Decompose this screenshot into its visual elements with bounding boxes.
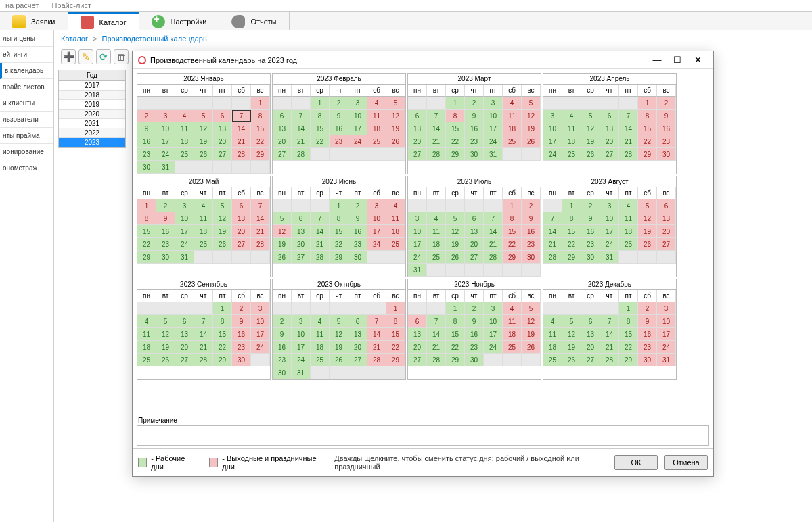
- day-cell[interactable]: 30: [657, 148, 676, 161]
- day-cell[interactable]: 10: [600, 212, 619, 225]
- day-cell[interactable]: 6: [408, 110, 427, 122]
- day-cell[interactable]: 15: [638, 122, 657, 135]
- day-cell[interactable]: 9: [348, 212, 367, 225]
- day-cell[interactable]: 9: [465, 315, 484, 328]
- day-cell[interactable]: 21: [600, 341, 619, 354]
- refresh-button[interactable]: ⟳: [96, 49, 111, 64]
- day-cell[interactable]: 4: [194, 199, 213, 212]
- day-cell[interactable]: 12: [194, 122, 213, 135]
- day-cell[interactable]: 4: [619, 199, 638, 212]
- day-cell[interactable]: 20: [292, 238, 311, 251]
- day-cell[interactable]: 16: [232, 328, 251, 341]
- day-cell[interactable]: [311, 302, 330, 315]
- day-cell[interactable]: 28: [232, 148, 251, 161]
- day-cell[interactable]: 26: [446, 251, 465, 264]
- day-cell[interactable]: 1: [638, 97, 657, 110]
- day-cell[interactable]: 28: [367, 354, 386, 366]
- dialog-titlebar[interactable]: Производственный календарь на 2023 год —…: [133, 51, 713, 69]
- day-cell[interactable]: 11: [427, 225, 446, 238]
- day-cell[interactable]: 8: [562, 212, 581, 225]
- day-cell[interactable]: 2: [465, 97, 484, 110]
- day-cell[interactable]: 11: [367, 110, 386, 122]
- day-cell[interactable]: 18: [503, 328, 522, 341]
- day-cell[interactable]: 5: [194, 110, 213, 122]
- day-cell[interactable]: [427, 97, 446, 110]
- day-cell[interactable]: 8: [137, 212, 156, 225]
- day-cell[interactable]: 16: [581, 225, 600, 238]
- breadcrumb-root[interactable]: Каталог: [61, 34, 88, 43]
- day-cell[interactable]: 21: [292, 135, 311, 148]
- day-cell[interactable]: 22: [386, 341, 405, 354]
- day-cell[interactable]: 3: [600, 199, 619, 212]
- day-cell[interactable]: 19: [562, 341, 581, 354]
- day-cell[interactable]: 19: [581, 135, 600, 148]
- day-cell[interactable]: 13: [581, 328, 600, 341]
- year-row[interactable]: 2020: [59, 110, 125, 119]
- day-cell[interactable]: 23: [273, 354, 292, 366]
- sidebar-item[interactable]: в.календарь: [0, 63, 53, 79]
- day-cell[interactable]: 12: [522, 315, 541, 328]
- day-cell[interactable]: 5: [156, 315, 175, 328]
- day-cell[interactable]: [273, 97, 292, 110]
- day-cell[interactable]: 25: [386, 238, 405, 251]
- day-cell[interactable]: 7: [367, 315, 386, 328]
- day-cell[interactable]: 27: [408, 354, 427, 366]
- day-cell[interactable]: 11: [311, 328, 330, 341]
- menu-item[interactable]: на расчет: [5, 1, 39, 9]
- sidebar-item[interactable]: льзователи: [0, 112, 53, 128]
- day-cell[interactable]: 24: [348, 135, 367, 148]
- day-cell[interactable]: 4: [562, 110, 581, 122]
- minimize-button[interactable]: —: [647, 52, 667, 68]
- day-cell[interactable]: 18: [619, 225, 638, 238]
- day-cell[interactable]: 13: [213, 122, 232, 135]
- day-cell[interactable]: 28: [427, 148, 446, 161]
- day-cell[interactable]: [292, 97, 311, 110]
- day-cell[interactable]: 24: [408, 251, 427, 264]
- day-cell[interactable]: 25: [562, 148, 581, 161]
- day-cell[interactable]: 8: [386, 315, 405, 328]
- day-cell[interactable]: 14: [619, 122, 638, 135]
- day-cell[interactable]: [386, 366, 405, 379]
- day-cell[interactable]: 3: [156, 110, 175, 122]
- day-cell[interactable]: [386, 148, 405, 161]
- day-cell[interactable]: 30: [156, 251, 175, 264]
- tab-requests[interactable]: Заявки: [0, 12, 68, 30]
- day-cell[interactable]: [522, 148, 541, 161]
- day-cell[interactable]: 16: [638, 328, 657, 341]
- day-cell[interactable]: [386, 251, 405, 264]
- tab-settings[interactable]: Настройки: [139, 12, 220, 30]
- day-cell[interactable]: 17: [251, 328, 270, 341]
- day-cell[interactable]: [137, 302, 156, 315]
- day-cell[interactable]: 18: [503, 122, 522, 135]
- day-cell[interactable]: 27: [213, 148, 232, 161]
- day-cell[interactable]: [330, 366, 348, 379]
- day-cell[interactable]: 20: [600, 135, 619, 148]
- day-cell[interactable]: 30: [348, 251, 367, 264]
- day-cell[interactable]: 10: [484, 315, 503, 328]
- day-cell[interactable]: 5: [213, 199, 232, 212]
- day-cell[interactable]: 26: [213, 238, 232, 251]
- note-textarea[interactable]: [137, 425, 709, 446]
- day-cell[interactable]: 31: [408, 264, 427, 277]
- day-cell[interactable]: 5: [273, 212, 292, 225]
- day-cell[interactable]: 10: [408, 225, 427, 238]
- day-cell[interactable]: 21: [484, 238, 503, 251]
- day-cell[interactable]: 27: [232, 238, 251, 251]
- day-cell[interactable]: 20: [232, 225, 251, 238]
- day-cell[interactable]: 12: [522, 110, 541, 122]
- day-cell[interactable]: 23: [137, 148, 156, 161]
- day-cell[interactable]: 22: [503, 238, 522, 251]
- day-cell[interactable]: 3: [292, 315, 311, 328]
- day-cell[interactable]: 6: [408, 315, 427, 328]
- day-cell[interactable]: 16: [330, 122, 348, 135]
- sidebar-item[interactable]: и клиенты: [0, 95, 53, 112]
- day-cell[interactable]: [367, 302, 386, 315]
- day-cell[interactable]: 27: [292, 251, 311, 264]
- day-cell[interactable]: 21: [427, 341, 446, 354]
- day-cell[interactable]: 20: [581, 341, 600, 354]
- day-cell[interactable]: 23: [232, 341, 251, 354]
- day-cell[interactable]: 15: [446, 122, 465, 135]
- day-cell[interactable]: 22: [446, 135, 465, 148]
- day-cell[interactable]: 12: [273, 225, 292, 238]
- day-cell[interactable]: 11: [175, 122, 194, 135]
